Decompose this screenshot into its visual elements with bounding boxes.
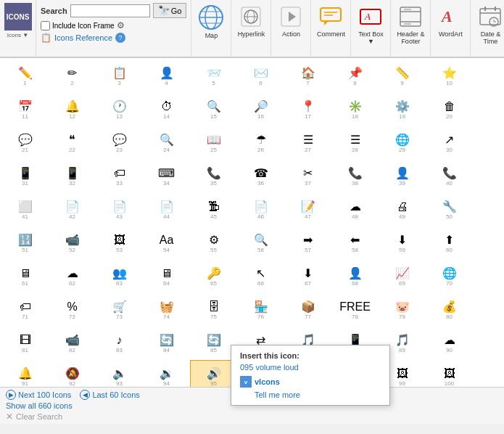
icon-cell-61[interactable]: 🖥 61 — [1, 260, 49, 293]
last-60-link[interactable]: ◀ Last 60 Icons — [80, 390, 139, 400]
go-button[interactable]: 🔭 Go — [153, 3, 187, 18]
icon-cell-33[interactable]: 🏷 33 — [96, 160, 143, 193]
icon-cell-70[interactable]: 🌐 70 — [426, 260, 473, 293]
icon-cell-24[interactable]: 🔍 24 — [143, 126, 190, 160]
icon-cell-77[interactable]: 📦 77 — [284, 293, 331, 327]
icon-cell-64[interactable]: 🖥 64 — [143, 260, 190, 293]
icon-cell-3[interactable]: 📋 3 — [96, 60, 143, 93]
icon-cell-78[interactable]: FREE 78 — [331, 293, 379, 327]
search-input[interactable] — [70, 4, 150, 17]
icon-cell-65[interactable]: 🔑 65 — [190, 260, 237, 293]
icon-cell-6[interactable]: ✉️ 6 — [237, 60, 284, 93]
icon-cell-18[interactable]: ✳️ 18 — [331, 93, 379, 126]
icon-cell-13[interactable]: 🕐 13 — [96, 93, 143, 126]
icon-cell-15[interactable]: 🔍 15 — [190, 93, 237, 126]
icon-cell-68[interactable]: 👤 68 — [331, 260, 379, 293]
icon-cell-26[interactable]: ☂ 26 — [237, 126, 284, 160]
icon-cell-59[interactable]: ⬇ 59 — [379, 226, 426, 260]
icon-cell-45[interactable]: 🗜 45 — [190, 193, 237, 226]
icon-cell-4[interactable]: 👤 4 — [143, 60, 190, 93]
icon-cell-14[interactable]: ⏱ 14 — [143, 93, 190, 126]
gear-icon[interactable]: ⚙ — [117, 20, 125, 30]
icon-cell-34[interactable]: ⌨ 34 — [143, 160, 190, 193]
icon-cell-84[interactable]: 🔄 84 — [143, 327, 190, 360]
icon-cell-83[interactable]: ♪ 83 — [96, 327, 143, 360]
icon-cell-60[interactable]: ⬆ 60 — [426, 226, 473, 260]
popup-source-name[interactable]: vIcons — [255, 377, 280, 386]
icon-cell-37[interactable]: ✂ 37 — [284, 160, 331, 193]
hyperlink-group[interactable]: Hyperlink — [231, 0, 271, 57]
icon-cell-81[interactable]: 🎞 81 — [1, 327, 49, 360]
icon-cell-62[interactable]: ☁ 62 — [49, 260, 96, 293]
icon-cell-91[interactable]: 🔔 91 — [1, 360, 49, 387]
icon-cell-42[interactable]: 📄 42 — [49, 193, 96, 226]
icon-cell-10[interactable]: ⭐ 10 — [426, 60, 473, 93]
icon-cell-31[interactable]: 📱 31 — [1, 160, 49, 193]
icon-cell-7[interactable]: 🏠 7 — [284, 60, 331, 93]
icon-cell-82[interactable]: 📹 82 — [49, 327, 96, 360]
icon-cell-74[interactable]: 🧺 74 — [143, 293, 190, 327]
icon-cell-9[interactable]: 📏 9 — [379, 60, 426, 93]
icon-cell-90[interactable]: ☁ 90 — [426, 327, 473, 360]
icon-cell-46[interactable]: 📄 46 — [237, 193, 284, 226]
icon-cell-40[interactable]: 📞 40 — [426, 160, 473, 193]
icon-cell-32[interactable]: 📱 32 — [49, 160, 96, 193]
icon-cell-50[interactable]: 🔧 50 — [426, 193, 473, 226]
date-group[interactable]: Date & Time — [471, 0, 504, 57]
icon-cell-41[interactable]: ⬜ 41 — [1, 193, 49, 226]
icon-cell-52[interactable]: 📹 52 — [49, 226, 96, 260]
icon-cell-29[interactable]: 🌐 29 — [379, 126, 426, 160]
map-group[interactable]: Map — [191, 0, 231, 57]
icon-cell-76[interactable]: 🏪 76 — [237, 293, 284, 327]
icon-cell-17[interactable]: 📍 17 — [284, 93, 331, 126]
icon-cell-21[interactable]: 💬 21 — [1, 126, 49, 160]
icon-cell-80[interactable]: 💰 80 — [426, 293, 473, 327]
include-frame-checkbox[interactable] — [41, 21, 50, 30]
action-group[interactable]: Action — [271, 0, 311, 57]
icon-cell-58[interactable]: ⬅ 58 — [331, 226, 379, 260]
icon-cell-22[interactable]: ❝ 22 — [49, 126, 96, 160]
icon-cell-72[interactable]: % 72 — [49, 293, 96, 327]
icon-cell-28[interactable]: ☰ 28 — [331, 126, 379, 160]
icon-cell-71[interactable]: 🏷 71 — [1, 293, 49, 327]
icon-cell-38[interactable]: 📞 38 — [331, 160, 379, 193]
icon-cell-92[interactable]: 🔕 92 — [49, 360, 96, 387]
help-icon[interactable]: ? — [115, 33, 125, 43]
icon-cell-23[interactable]: 💬 23 — [96, 126, 143, 160]
textbox-group[interactable]: A Text Box ▼ — [351, 0, 391, 57]
icon-cell-30[interactable]: ↗ 30 — [426, 126, 473, 160]
icon-cell-79[interactable]: 🐷 79 — [379, 293, 426, 327]
next-100-link[interactable]: ▶ Next 100 Icons — [6, 390, 71, 400]
comment-group[interactable]: Comment — [311, 0, 351, 57]
icon-cell-36[interactable]: ☎ 36 — [237, 160, 284, 193]
icon-cell-2[interactable]: ✏ 2 — [49, 60, 96, 93]
icon-cell-66[interactable]: ↖ 66 — [237, 260, 284, 293]
icon-cell-93[interactable]: 🔈 93 — [96, 360, 143, 387]
icon-cell-49[interactable]: 🖨 49 — [379, 193, 426, 226]
icon-cell-73[interactable]: 🛒 73 — [96, 293, 143, 327]
icon-cell-57[interactable]: ➡ 57 — [284, 226, 331, 260]
icon-cell-25[interactable]: 📖 25 — [190, 126, 237, 160]
icon-cell-56[interactable]: 🔍 56 — [237, 226, 284, 260]
show-all-link[interactable]: Show all 660 icons — [6, 401, 73, 410]
icon-cell-47[interactable]: 📝 47 — [284, 193, 331, 226]
clear-search-label[interactable]: Clear Search — [16, 412, 62, 421]
icon-cell-63[interactable]: 👥 63 — [96, 260, 143, 293]
icon-cell-35[interactable]: 📞 35 — [190, 160, 237, 193]
icon-cell-100[interactable]: 🖼 100 — [426, 360, 473, 387]
icon-cell-5[interactable]: 📨 5 — [190, 60, 237, 93]
icon-cell-12[interactable]: 🔔 12 — [49, 93, 96, 126]
wordart-group[interactable]: A WordArt — [431, 0, 471, 57]
icon-cell-75[interactable]: 🗄 75 — [190, 293, 237, 327]
icons-logo-group[interactable]: ICONS Icons ▼ — [0, 0, 36, 57]
icon-cell-94[interactable]: 🔉 94 — [143, 360, 190, 387]
icon-cell-16[interactable]: 🔎 16 — [237, 93, 284, 126]
icon-cell-39[interactable]: 👤 39 — [379, 160, 426, 193]
icon-cell-19[interactable]: ⚙️ 19 — [379, 93, 426, 126]
icon-cell-53[interactable]: 🖼 53 — [96, 226, 143, 260]
icon-cell-54[interactable]: Aa 54 — [143, 226, 190, 260]
icon-cell-48[interactable]: ☁ 48 — [331, 193, 379, 226]
header-footer-group[interactable]: Header & Footer — [391, 0, 431, 57]
icon-cell-67[interactable]: ⬇ 67 — [284, 260, 331, 293]
icon-cell-11[interactable]: 📅 11 — [1, 93, 49, 126]
